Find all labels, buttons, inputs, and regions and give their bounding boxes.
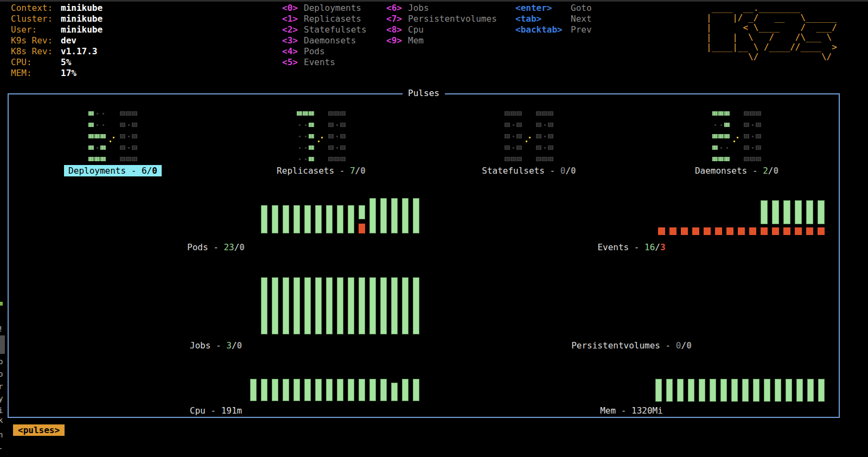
digit-cell (724, 111, 730, 116)
chart-bar-segment (391, 198, 398, 233)
digit-cell (756, 157, 761, 161)
chart-bar (315, 277, 322, 334)
chart-bar (315, 379, 322, 401)
chart-bar-segment (283, 205, 289, 233)
counter-title-part: 0 (152, 166, 157, 176)
hotkey-deployments[interactable]: <0>Deployments (282, 3, 367, 14)
chart-bar (402, 198, 409, 233)
digit-cell (542, 111, 547, 116)
chart-bar-segment (304, 205, 311, 233)
hotkey-persistentvolumes[interactable]: <7>Persistentvolumes (386, 14, 497, 24)
info-row: K8s Rev:v1.17.3 (11, 46, 103, 57)
hotkey-key: <6> (386, 3, 408, 14)
chart-bar (261, 205, 267, 233)
hotkey-replicasets[interactable]: <1>Replicasets (282, 14, 367, 24)
hotkey-jobs[interactable]: <6>Jobs (386, 3, 497, 14)
digit-cell (88, 111, 94, 116)
chart-bar-segment (315, 205, 322, 233)
counter-replicasets[interactable]: Replicasets - 7/0 (217, 94, 425, 182)
chart-bar (272, 205, 278, 233)
chart-bar-segment (283, 277, 289, 334)
mem-label: Mem - 1320Mi (469, 405, 794, 416)
hotkey-prev[interactable]: <backtab>Prev (515, 24, 592, 35)
digit-cell (340, 145, 346, 150)
chart-bar (348, 379, 354, 401)
digit-cell (126, 145, 131, 150)
digit-cell (100, 157, 106, 161)
chart-bar-segment (715, 227, 722, 235)
digit-cell (100, 145, 106, 150)
counter-statefulsets[interactable]: Statefulsets - 0/0 (425, 94, 633, 182)
chart-bar (699, 379, 705, 402)
chart-bar-segment (738, 227, 745, 235)
digit-cell (297, 134, 302, 138)
chart-bar-segment (391, 383, 398, 401)
info-value: 17% (61, 68, 76, 78)
chart-bar (413, 277, 419, 334)
chart-bar (402, 379, 409, 401)
chart-bar-segment (806, 227, 813, 235)
digit-cell (756, 145, 761, 150)
chart-bar (326, 205, 333, 233)
chart-bar (413, 379, 419, 401)
counter-digits (217, 111, 425, 161)
digit-cell (94, 111, 100, 116)
counter-deployments[interactable]: Deployments - 6/0 (9, 94, 217, 182)
hotkey-statefulsets[interactable]: <2>Statefulsets (282, 24, 367, 35)
chart-bar-segment (359, 219, 365, 224)
digit-cell (126, 134, 131, 138)
hotkey-goto[interactable]: <enter>Goto (515, 3, 592, 14)
digit-cell (126, 111, 131, 116)
hotkey-cpu[interactable]: <8>Cpu (386, 24, 497, 35)
digit-cell (303, 157, 308, 161)
digit-cell (334, 111, 340, 116)
info-label: K8s Rev: (11, 46, 61, 57)
info-label: Cluster: (11, 14, 61, 24)
chart-bar-segment (326, 277, 333, 334)
breadcrumb-pulses[interactable]: <pulses> (13, 424, 65, 436)
digit-cell (744, 134, 749, 138)
chart-bar-segment (380, 198, 387, 233)
chart-label-part: / (655, 242, 660, 252)
hotkey-events[interactable]: <5>Events (282, 57, 367, 68)
chart-bar-segment (272, 379, 278, 401)
chart-bar (293, 277, 300, 334)
info-row: CPU:5% (11, 57, 103, 68)
chart-label-part: / (681, 340, 687, 351)
hotkey-label: Events (304, 57, 335, 67)
hotkey-daemonsets[interactable]: <3>Daemonsets (282, 35, 367, 46)
digit-cell (120, 145, 125, 150)
hotkey-next[interactable]: <tab>Next (515, 14, 592, 24)
digit-cell (536, 157, 541, 161)
chart-jobs[interactable] (261, 277, 419, 334)
chart-mem[interactable] (655, 379, 825, 402)
chart-bar-segment (402, 198, 409, 233)
chart-pods[interactable] (261, 198, 419, 233)
digit-cell (120, 123, 125, 127)
counter-title-part: Replicasets - (277, 166, 350, 176)
info-value: dev (61, 35, 76, 46)
counter-title-part: Statefulsets - (482, 166, 560, 176)
digit-cell (303, 134, 308, 138)
chart-bar-segment (293, 379, 300, 401)
digit-cell (132, 123, 137, 127)
chart-bar (764, 379, 770, 402)
hotkey-mem[interactable]: <9>Mem (386, 35, 497, 46)
counter-digits (9, 111, 217, 161)
hotkey-pods[interactable]: <4>Pods (282, 46, 367, 57)
counter-title: Deployments - 6/0 (9, 165, 217, 176)
edge-char: n (0, 430, 3, 439)
counter-daemonsets[interactable]: Daemonsets - 2/0 (633, 94, 841, 182)
hotkey-label: Jobs (408, 3, 429, 13)
digit-cell (548, 134, 553, 138)
chart-bar-segment (293, 205, 300, 233)
chart-cpu[interactable] (250, 379, 419, 401)
chart-events[interactable] (658, 200, 825, 235)
digit-cell (536, 123, 541, 127)
digit-cell (756, 123, 761, 127)
slash-dot (110, 141, 111, 142)
digit-cell (505, 157, 510, 161)
chart-bar (261, 277, 267, 334)
digit-cell (712, 123, 718, 127)
chart-bar-segment (658, 227, 665, 235)
